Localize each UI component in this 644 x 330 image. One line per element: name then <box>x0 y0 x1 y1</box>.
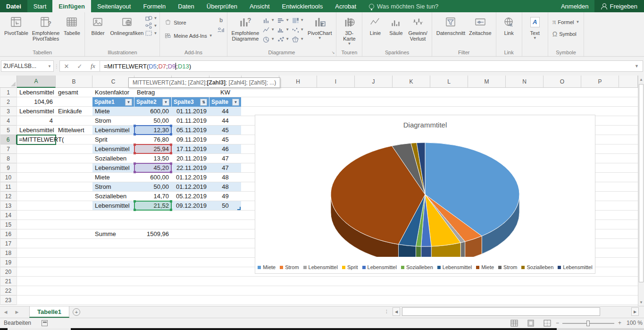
add-sheet-button[interactable]: + <box>69 306 84 318</box>
cell-F4[interactable]: 44 <box>209 116 241 126</box>
tab-datei[interactable]: Datei <box>0 0 27 12</box>
ribbon-button-formel[interactable]: πFormel▼ <box>551 17 582 27</box>
ribbon-tab-start[interactable]: Start <box>27 0 52 12</box>
cell-F13[interactable]: 50 <box>209 201 241 211</box>
cell-B5[interactable]: Mittelwert <box>56 126 92 135</box>
ribbon-button-zeitachse[interactable]: Zeitachse <box>467 14 493 36</box>
people-graph-icon[interactable] <box>217 26 225 35</box>
table-header-spalte2[interactable]: Spalte2▼ <box>134 97 171 107</box>
cell-D8[interactable]: 13,50 <box>134 154 171 163</box>
cell-F12[interactable]: 49 <box>209 192 241 201</box>
legend-item-6[interactable]: Lebensmittel <box>437 264 472 270</box>
cell-D10[interactable]: 600,00 <box>134 173 171 182</box>
row-header-13[interactable]: 13 <box>0 201 17 211</box>
ref-corner-handle[interactable] <box>170 133 172 135</box>
cell-B3[interactable]: Einkäufe <box>56 107 92 116</box>
row-header-19[interactable]: 19 <box>0 258 17 267</box>
column-header-B[interactable]: B <box>56 76 92 88</box>
cell-C9[interactable]: Lebensmittel <box>92 163 134 173</box>
waterfall-chart-icon[interactable]: ▼ <box>292 27 304 33</box>
bing-maps-icon[interactable]: b <box>217 17 225 25</box>
row-header-14[interactable]: 14 <box>0 211 17 220</box>
ref-corner-handle[interactable] <box>170 200 172 203</box>
ref-corner-handle[interactable] <box>170 125 172 127</box>
smartart-icon[interactable]: ▼ <box>145 23 157 29</box>
ribbon-tab-seitenlayout[interactable]: Seitenlayout <box>91 0 137 12</box>
cell-F11[interactable]: 48 <box>209 182 241 192</box>
ribbon-tab-acrobat[interactable]: Acrobat <box>329 0 362 12</box>
cell-F5[interactable]: 45 <box>209 126 241 135</box>
cell-C12[interactable]: Sozialleben <box>92 192 134 201</box>
column-header-K[interactable]: K <box>393 76 430 88</box>
legend-item-2[interactable]: Lebensmittel <box>303 264 338 270</box>
scroll-down-icon[interactable]: ▼ <box>638 298 644 306</box>
pie-chart-icon[interactable]: ▼ <box>263 36 275 42</box>
ref-corner-handle[interactable] <box>134 125 136 127</box>
ref-corner-handle[interactable] <box>134 171 136 173</box>
column-chart-icon[interactable]: ▼ <box>263 17 275 24</box>
pie-slice-side-2[interactable] <box>460 242 465 257</box>
table-resize-handle[interactable] <box>237 207 241 210</box>
formula-ref-d7[interactable] <box>134 144 172 154</box>
ribbon-button-gewinn/-verlust[interactable]: Gewinn/ Verlust <box>406 14 429 42</box>
row-header-11[interactable]: 11 <box>0 182 17 192</box>
ribbon-button-pivottable[interactable]: PivotTable <box>2 14 30 36</box>
name-box[interactable]: ZUFALLSB... ▼ <box>1 60 54 72</box>
row-header-23[interactable]: 23 <box>0 296 17 305</box>
zoom-out-icon[interactable]: − <box>556 320 559 326</box>
cell-F6[interactable]: 45 <box>209 135 241 144</box>
row-header-10[interactable]: 10 <box>0 173 17 182</box>
zoom-in-icon[interactable]: + <box>618 320 621 326</box>
pie-3d[interactable] <box>255 115 596 257</box>
cell-D11[interactable]: 50,00 <box>134 182 171 192</box>
column-header-H[interactable]: H <box>279 76 317 88</box>
ribbon-button-onlinegrafiken[interactable]: Onlinegrafiken <box>108 14 145 36</box>
sort-ascending-icon[interactable]: ⇅ <box>200 99 207 106</box>
column-header-stub[interactable] <box>619 76 638 88</box>
column-header-L[interactable]: L <box>430 76 468 88</box>
ribbon-button-bilder[interactable]: Bilder <box>87 14 108 36</box>
legend-item-0[interactable]: Miete <box>258 264 276 270</box>
cell-E11[interactable]: 01.12.2019 <box>172 182 209 192</box>
bar-chart-icon[interactable]: ▼ <box>277 17 289 24</box>
column-header-M[interactable]: M <box>468 76 506 88</box>
ref-corner-handle[interactable] <box>170 162 172 165</box>
cell-E8[interactable]: 20.11.2019 <box>172 154 209 163</box>
cell-E12[interactable]: 05.12.2019 <box>172 192 209 201</box>
ribbon-tab-einfügen[interactable]: Einfügen <box>52 0 91 12</box>
cell-E9[interactable]: 22.11.2019 <box>172 163 209 173</box>
ribbon-button-symbol[interactable]: ΩSymbol <box>551 29 582 39</box>
row-header-7[interactable]: 7 <box>0 144 17 154</box>
row-header-6[interactable]: 6 <box>0 135 17 144</box>
column-header-I[interactable]: I <box>317 76 355 88</box>
screenshot-icon[interactable]: ▼ <box>145 30 157 36</box>
cell-A3[interactable]: Lebensmittel <box>17 107 55 116</box>
ribbon-button-säule[interactable]: Säule <box>385 14 406 36</box>
cell-E13[interactable]: 09.12.2019 <box>172 201 209 211</box>
cell-C13[interactable]: Lebensmittel <box>92 201 134 211</box>
legend-item-5[interactable]: Sozialleben <box>401 264 433 270</box>
name-box-dropdown-icon[interactable]: ▼ <box>48 64 51 68</box>
column-header-N[interactable]: N <box>506 76 544 88</box>
row-header-5[interactable]: 5 <box>0 126 17 135</box>
filter-dropdown-icon[interactable]: ▼ <box>125 99 132 106</box>
cell-C6[interactable]: Sprit <box>92 135 134 144</box>
legend-item-1[interactable]: Strom <box>280 264 299 270</box>
filter-dropdown-icon[interactable]: ▼ <box>232 99 239 106</box>
tell-me-box[interactable]: Was möchten Sie tun? <box>362 0 445 12</box>
row-header-17[interactable]: 17 <box>0 239 17 248</box>
cell-C7[interactable]: Lebensmittel <box>92 144 134 154</box>
ribbon-button-meine-add-ins[interactable]: Meine Add-Ins▼ <box>162 30 214 42</box>
ref-corner-handle[interactable] <box>134 152 136 154</box>
insert-function-button[interactable]: fx <box>86 62 100 70</box>
share-button[interactable]: Freigeben <box>594 0 644 12</box>
pie-slice-side-5[interactable] <box>416 246 421 257</box>
legend-item-10[interactable]: Lebensmittel <box>558 264 592 270</box>
pie-chart-object[interactable]: Diagrammtitel MieteStromLebensmittelSpri… <box>255 115 595 274</box>
page-break-view-icon[interactable] <box>544 320 551 327</box>
cell-C8[interactable]: Sozialleben <box>92 154 134 163</box>
cell-C10[interactable]: Miete <box>92 173 134 182</box>
cell-E6[interactable]: 09.11.2019 <box>172 135 209 144</box>
cell-A1[interactable]: Lebensmittel <box>17 88 55 97</box>
ribbon-button-link[interactable]: Link <box>499 14 519 36</box>
